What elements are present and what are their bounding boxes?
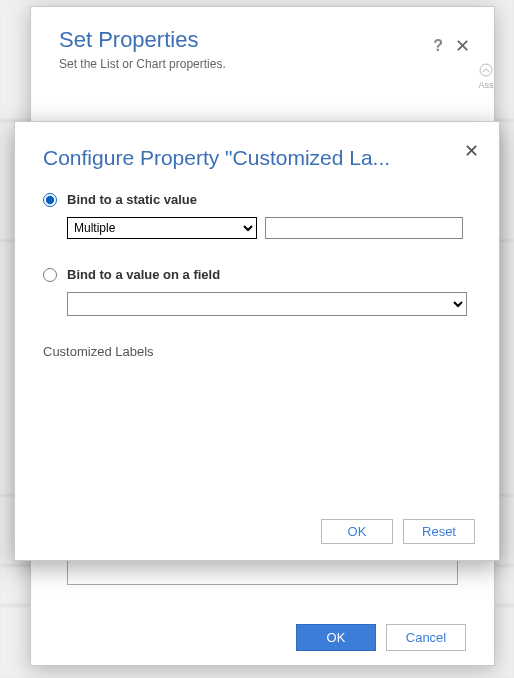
bind-static-label: Bind to a static value <box>67 192 197 207</box>
inner-dialog-title: Configure Property "Customized La... <box>43 146 443 170</box>
ok-button[interactable]: OK <box>296 624 376 651</box>
configure-property-dialog: Configure Property "Customized La... ✕ B… <box>14 121 500 561</box>
close-icon[interactable]: ✕ <box>464 140 479 162</box>
inner-dialog-header: Configure Property "Customized La... ✕ <box>15 122 499 174</box>
static-value-dropdown[interactable]: Multiple <box>67 217 257 239</box>
static-value-input[interactable] <box>265 217 463 239</box>
bind-field-option: Bind to a value on a field <box>43 267 471 316</box>
outer-dialog-footer: OK Cancel <box>296 624 466 651</box>
outer-dialog-subtitle: Set the List or Chart properties. <box>59 57 466 71</box>
svg-point-0 <box>480 64 492 76</box>
close-icon[interactable]: ✕ <box>455 35 470 57</box>
help-icon[interactable]: ? <box>433 37 443 55</box>
field-value-dropdown[interactable] <box>67 292 467 316</box>
reset-button[interactable]: Reset <box>403 519 475 544</box>
outer-dialog-title: Set Properties <box>59 27 466 53</box>
bind-field-radio[interactable] <box>43 268 57 282</box>
inner-dialog-footer: OK Reset <box>321 519 475 544</box>
assistant-icon: Ass <box>476 62 496 92</box>
inner-dialog-body: Bind to a static value Multiple Bind to … <box>15 174 499 369</box>
bind-field-label: Bind to a value on a field <box>67 267 220 282</box>
section-label: Customized Labels <box>43 344 471 359</box>
bind-static-radio[interactable] <box>43 193 57 207</box>
cancel-button[interactable]: Cancel <box>386 624 466 651</box>
ok-button[interactable]: OK <box>321 519 393 544</box>
outer-dialog-header: Set Properties Set the List or Chart pro… <box>31 7 494 79</box>
bind-static-option: Bind to a static value Multiple <box>43 192 471 239</box>
